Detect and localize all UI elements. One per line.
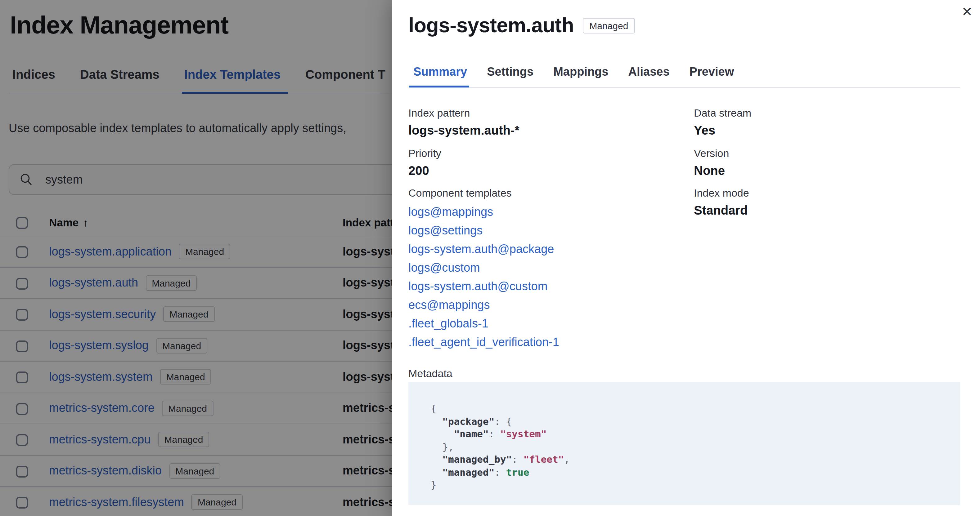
flyout-title: logs-system.auth <box>408 14 574 37</box>
field-value: logs-system.auth-* <box>408 123 519 138</box>
field-priority: Priority 200 <box>408 147 441 178</box>
field-label: Priority <box>408 147 441 160</box>
field-metadata: Metadata <box>408 367 452 381</box>
component-template-link[interactable]: logs-system.auth@custom <box>408 277 559 296</box>
managed-badge: Managed <box>582 17 635 33</box>
field-label: Component templates <box>408 187 559 200</box>
metadata-code-block: { "package": { "name": "system" }, "mana… <box>408 382 960 505</box>
component-template-link[interactable]: logs@settings <box>408 221 559 240</box>
code-line: "managed": true <box>431 466 960 479</box>
field-label: Index mode <box>694 187 749 200</box>
component-template-link[interactable]: ecs@mappings <box>408 296 559 314</box>
field-value: None <box>694 163 729 178</box>
flyout-tabs-divider <box>409 87 960 88</box>
code-line: }, <box>431 441 960 453</box>
component-template-link[interactable]: logs@custom <box>408 259 559 277</box>
field-index-pattern: Index pattern logs-system.auth-* <box>408 107 519 138</box>
code-line: "name": "system" <box>431 428 960 441</box>
field-value: Standard <box>694 203 749 218</box>
flyout-tab-aliases[interactable]: Aliases <box>624 65 674 79</box>
code-line: "package": { <box>431 415 960 428</box>
field-value: 200 <box>408 163 441 178</box>
screen: Index Management IndicesData StreamsInde… <box>0 0 980 516</box>
field-index-mode: Index mode Standard <box>694 187 749 218</box>
flyout-titlebar: logs-system.auth Managed <box>408 14 635 37</box>
component-template-link[interactable]: .fleet_agent_id_verification-1 <box>408 333 559 352</box>
flyout-tab-settings[interactable]: Settings <box>482 65 538 79</box>
component-template-links: logs@mappingslogs@settingslogs-system.au… <box>408 203 559 352</box>
field-label: Version <box>694 147 729 160</box>
code-line: } <box>431 479 960 492</box>
component-template-link[interactable]: .fleet_globals-1 <box>408 314 559 333</box>
flyout-tab-mappings[interactable]: Mappings <box>549 65 612 79</box>
flyout-tab-summary[interactable]: Summary <box>409 65 471 79</box>
details-flyout: ✕ logs-system.auth Managed SummarySettin… <box>392 0 980 516</box>
component-template-link[interactable]: logs-system.auth@package <box>408 240 559 259</box>
component-template-link[interactable]: logs@mappings <box>408 203 559 221</box>
field-data-stream: Data stream Yes <box>694 107 751 138</box>
field-value: Yes <box>694 123 751 138</box>
field-component-templates: Component templates logs@mappingslogs@se… <box>408 187 559 352</box>
code-line: "managed_by": "fleet", <box>431 453 960 466</box>
code-line: { <box>431 403 960 415</box>
field-label: Data stream <box>694 107 751 120</box>
close-icon[interactable]: ✕ <box>959 3 975 21</box>
field-label: Metadata <box>408 367 452 381</box>
field-label: Index pattern <box>408 107 519 120</box>
field-version: Version None <box>694 147 729 178</box>
flyout-tabs: SummarySettingsMappingsAliasesPreview <box>409 65 738 79</box>
flyout-tab-preview[interactable]: Preview <box>685 65 738 79</box>
